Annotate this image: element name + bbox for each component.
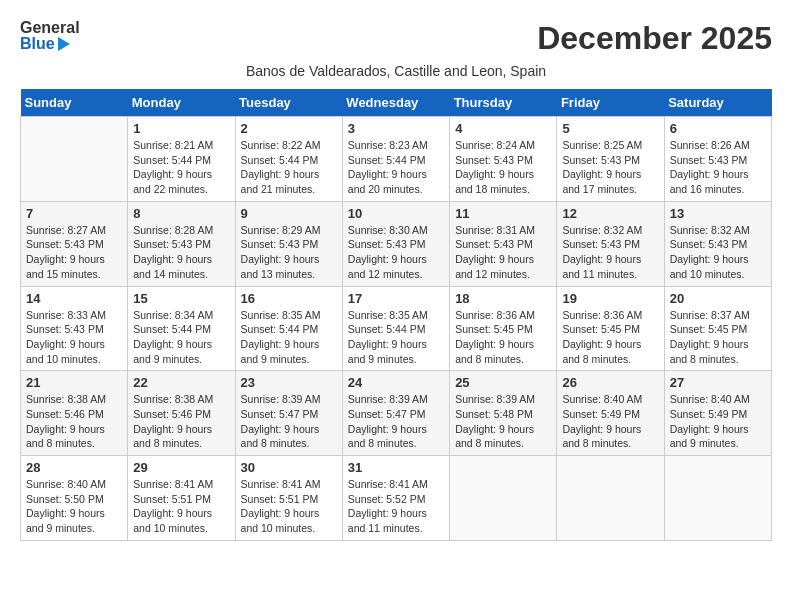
calendar-cell-w3-d4: 17 Sunrise: 8:35 AMSunset: 5:44 PMDaylig…: [342, 286, 449, 371]
calendar-cell-w5-d4: 31 Sunrise: 8:41 AMSunset: 5:52 PMDaylig…: [342, 456, 449, 541]
calendar-cell-w3-d7: 20 Sunrise: 8:37 AMSunset: 5:45 PMDaylig…: [664, 286, 771, 371]
day-info: Sunrise: 8:30 AMSunset: 5:43 PMDaylight:…: [348, 224, 428, 280]
calendar-cell-w5-d7: [664, 456, 771, 541]
calendar-cell-w2-d5: 11 Sunrise: 8:31 AMSunset: 5:43 PMDaylig…: [450, 201, 557, 286]
header-thursday: Thursday: [450, 89, 557, 117]
header-wednesday: Wednesday: [342, 89, 449, 117]
day-info: Sunrise: 8:36 AMSunset: 5:45 PMDaylight:…: [562, 309, 642, 365]
calendar-cell-w5-d6: [557, 456, 664, 541]
day-number: 24: [348, 375, 444, 390]
calendar-cell-w4-d5: 25 Sunrise: 8:39 AMSunset: 5:48 PMDaylig…: [450, 371, 557, 456]
day-number: 16: [241, 291, 337, 306]
calendar-cell-w3-d5: 18 Sunrise: 8:36 AMSunset: 5:45 PMDaylig…: [450, 286, 557, 371]
day-number: 27: [670, 375, 766, 390]
day-info: Sunrise: 8:34 AMSunset: 5:44 PMDaylight:…: [133, 309, 213, 365]
day-info: Sunrise: 8:40 AMSunset: 5:49 PMDaylight:…: [670, 393, 750, 449]
day-number: 17: [348, 291, 444, 306]
day-number: 4: [455, 121, 551, 136]
calendar-cell-w1-d4: 3 Sunrise: 8:23 AMSunset: 5:44 PMDayligh…: [342, 117, 449, 202]
page-container: General Blue December 2025 Banos de Vald…: [20, 20, 772, 541]
day-number: 20: [670, 291, 766, 306]
week-row-5: 28 Sunrise: 8:40 AMSunset: 5:50 PMDaylig…: [21, 456, 772, 541]
day-info: Sunrise: 8:31 AMSunset: 5:43 PMDaylight:…: [455, 224, 535, 280]
calendar-cell-w1-d7: 6 Sunrise: 8:26 AMSunset: 5:43 PMDayligh…: [664, 117, 771, 202]
calendar-cell-w2-d6: 12 Sunrise: 8:32 AMSunset: 5:43 PMDaylig…: [557, 201, 664, 286]
day-number: 9: [241, 206, 337, 221]
day-info: Sunrise: 8:27 AMSunset: 5:43 PMDaylight:…: [26, 224, 106, 280]
day-number: 2: [241, 121, 337, 136]
day-info: Sunrise: 8:38 AMSunset: 5:46 PMDaylight:…: [26, 393, 106, 449]
day-info: Sunrise: 8:21 AMSunset: 5:44 PMDaylight:…: [133, 139, 213, 195]
day-info: Sunrise: 8:36 AMSunset: 5:45 PMDaylight:…: [455, 309, 535, 365]
day-info: Sunrise: 8:33 AMSunset: 5:43 PMDaylight:…: [26, 309, 106, 365]
calendar-cell-w2-d1: 7 Sunrise: 8:27 AMSunset: 5:43 PMDayligh…: [21, 201, 128, 286]
day-info: Sunrise: 8:39 AMSunset: 5:47 PMDaylight:…: [241, 393, 321, 449]
header-sunday: Sunday: [21, 89, 128, 117]
header-tuesday: Tuesday: [235, 89, 342, 117]
week-row-4: 21 Sunrise: 8:38 AMSunset: 5:46 PMDaylig…: [21, 371, 772, 456]
calendar-cell-w5-d5: [450, 456, 557, 541]
day-info: Sunrise: 8:38 AMSunset: 5:46 PMDaylight:…: [133, 393, 213, 449]
calendar-cell-w2-d7: 13 Sunrise: 8:32 AMSunset: 5:43 PMDaylig…: [664, 201, 771, 286]
calendar-cell-w1-d5: 4 Sunrise: 8:24 AMSunset: 5:43 PMDayligh…: [450, 117, 557, 202]
calendar-cell-w4-d2: 22 Sunrise: 8:38 AMSunset: 5:46 PMDaylig…: [128, 371, 235, 456]
day-number: 21: [26, 375, 122, 390]
day-info: Sunrise: 8:29 AMSunset: 5:43 PMDaylight:…: [241, 224, 321, 280]
day-number: 25: [455, 375, 551, 390]
calendar-cell-w4-d4: 24 Sunrise: 8:39 AMSunset: 5:47 PMDaylig…: [342, 371, 449, 456]
day-number: 10: [348, 206, 444, 221]
day-info: Sunrise: 8:32 AMSunset: 5:43 PMDaylight:…: [670, 224, 750, 280]
day-number: 15: [133, 291, 229, 306]
calendar-cell-w4-d3: 23 Sunrise: 8:39 AMSunset: 5:47 PMDaylig…: [235, 371, 342, 456]
day-info: Sunrise: 8:28 AMSunset: 5:43 PMDaylight:…: [133, 224, 213, 280]
logo-blue-row: Blue: [20, 36, 80, 52]
day-number: 1: [133, 121, 229, 136]
week-row-2: 7 Sunrise: 8:27 AMSunset: 5:43 PMDayligh…: [21, 201, 772, 286]
calendar-cell-w3-d2: 15 Sunrise: 8:34 AMSunset: 5:44 PMDaylig…: [128, 286, 235, 371]
calendar-cell-w2-d2: 8 Sunrise: 8:28 AMSunset: 5:43 PMDayligh…: [128, 201, 235, 286]
logo-general-text: General: [20, 20, 80, 36]
day-info: Sunrise: 8:23 AMSunset: 5:44 PMDaylight:…: [348, 139, 428, 195]
day-number: 13: [670, 206, 766, 221]
day-info: Sunrise: 8:32 AMSunset: 5:43 PMDaylight:…: [562, 224, 642, 280]
calendar-cell-w3-d1: 14 Sunrise: 8:33 AMSunset: 5:43 PMDaylig…: [21, 286, 128, 371]
calendar-cell-w4-d7: 27 Sunrise: 8:40 AMSunset: 5:49 PMDaylig…: [664, 371, 771, 456]
day-number: 7: [26, 206, 122, 221]
header-friday: Friday: [557, 89, 664, 117]
day-info: Sunrise: 8:35 AMSunset: 5:44 PMDaylight:…: [348, 309, 428, 365]
calendar-cell-w3-d3: 16 Sunrise: 8:35 AMSunset: 5:44 PMDaylig…: [235, 286, 342, 371]
day-info: Sunrise: 8:39 AMSunset: 5:48 PMDaylight:…: [455, 393, 535, 449]
day-info: Sunrise: 8:35 AMSunset: 5:44 PMDaylight:…: [241, 309, 321, 365]
day-info: Sunrise: 8:37 AMSunset: 5:45 PMDaylight:…: [670, 309, 750, 365]
week-row-3: 14 Sunrise: 8:33 AMSunset: 5:43 PMDaylig…: [21, 286, 772, 371]
day-number: 31: [348, 460, 444, 475]
day-number: 14: [26, 291, 122, 306]
calendar-cell-w1-d3: 2 Sunrise: 8:22 AMSunset: 5:44 PMDayligh…: [235, 117, 342, 202]
logo: General Blue: [20, 20, 80, 52]
day-info: Sunrise: 8:41 AMSunset: 5:52 PMDaylight:…: [348, 478, 428, 534]
calendar-cell-w5-d2: 29 Sunrise: 8:41 AMSunset: 5:51 PMDaylig…: [128, 456, 235, 541]
calendar-cell-w1-d6: 5 Sunrise: 8:25 AMSunset: 5:43 PMDayligh…: [557, 117, 664, 202]
day-number: 26: [562, 375, 658, 390]
logo-arrow-icon: [58, 37, 70, 51]
day-number: 12: [562, 206, 658, 221]
calendar-cell-w3-d6: 19 Sunrise: 8:36 AMSunset: 5:45 PMDaylig…: [557, 286, 664, 371]
day-number: 22: [133, 375, 229, 390]
month-year-title: December 2025: [537, 20, 772, 57]
day-info: Sunrise: 8:26 AMSunset: 5:43 PMDaylight:…: [670, 139, 750, 195]
day-number: 18: [455, 291, 551, 306]
calendar-cell-w1-d2: 1 Sunrise: 8:21 AMSunset: 5:44 PMDayligh…: [128, 117, 235, 202]
header-monday: Monday: [128, 89, 235, 117]
day-info: Sunrise: 8:25 AMSunset: 5:43 PMDaylight:…: [562, 139, 642, 195]
day-info: Sunrise: 8:24 AMSunset: 5:43 PMDaylight:…: [455, 139, 535, 195]
day-info: Sunrise: 8:41 AMSunset: 5:51 PMDaylight:…: [241, 478, 321, 534]
calendar-cell-w5-d1: 28 Sunrise: 8:40 AMSunset: 5:50 PMDaylig…: [21, 456, 128, 541]
day-number: 29: [133, 460, 229, 475]
day-number: 6: [670, 121, 766, 136]
logo-blue-text: Blue: [20, 36, 55, 52]
day-info: Sunrise: 8:40 AMSunset: 5:50 PMDaylight:…: [26, 478, 106, 534]
day-info: Sunrise: 8:41 AMSunset: 5:51 PMDaylight:…: [133, 478, 213, 534]
calendar-cell-w4-d1: 21 Sunrise: 8:38 AMSunset: 5:46 PMDaylig…: [21, 371, 128, 456]
day-number: 19: [562, 291, 658, 306]
day-number: 5: [562, 121, 658, 136]
